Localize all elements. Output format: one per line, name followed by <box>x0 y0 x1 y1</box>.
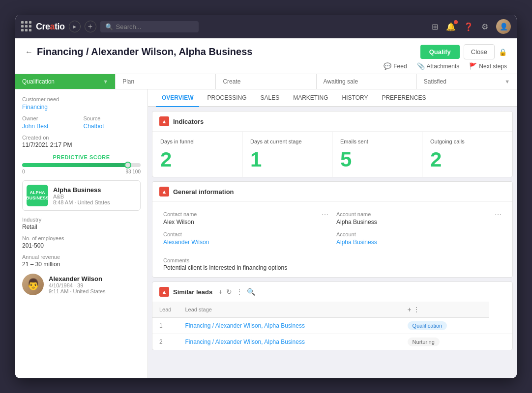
stage-qualification[interactable]: Qualification ▼ <box>15 74 116 89</box>
stage-bar: Qualification ▼ Plan Create Awaiting sal… <box>15 74 517 89</box>
stage-satisfied[interactable]: Satisfied ▼ <box>417 74 517 89</box>
back-button[interactable]: ← <box>25 48 33 56</box>
contact-field: Contact Alexander Wilson <box>159 228 332 249</box>
nav-icons: ⊞ 🔔 ❓ ⚙ 👤 <box>432 19 511 34</box>
industry-field: Industry Retail <box>22 217 141 230</box>
col-stage: Lead stage <box>178 302 400 318</box>
indicator-calls: Outgoing calls 2 <box>422 132 512 177</box>
search-input[interactable] <box>116 23 194 30</box>
table-add-icon[interactable]: + <box>408 306 412 313</box>
comments-label: Comments <box>163 257 502 263</box>
similar-leads-table: Lead Lead stage + ⋮ 1 <box>152 302 512 350</box>
account-name-label: Account name <box>336 211 371 217</box>
general-info-header: ▲ General information <box>152 182 512 202</box>
tab-marketing[interactable]: MARKETING <box>287 89 334 107</box>
lead-row-1-num: 1 <box>152 318 178 334</box>
employees-label: No. of employees <box>22 235 141 241</box>
company-time: 8:48 AM · United States <box>53 199 110 205</box>
lock-icon[interactable]: 🔒 <box>499 48 507 56</box>
lead-row-2-link[interactable]: Financing / Alexander Wilson, Alpha Busi… <box>185 338 304 345</box>
col-actions: + ⋮ <box>401 302 490 318</box>
user-avatar[interactable]: 👤 <box>496 19 511 34</box>
tab-overview[interactable]: OVERVIEW <box>156 89 199 107</box>
account-field: Account Alpha Business <box>332 228 505 249</box>
settings-icon[interactable]: ⚙ <box>481 22 488 31</box>
search-box[interactable]: 🔍 <box>100 21 199 32</box>
indicator-emails-value: 5 <box>340 149 414 170</box>
tab-sales[interactable]: SALES <box>254 89 285 107</box>
attachments-label: Attachments <box>427 63 460 70</box>
company-name: Alpha Business <box>53 186 110 194</box>
score-bar-background <box>22 163 141 167</box>
stage-create-label: Create <box>223 78 240 85</box>
lead-row-1-name[interactable]: Financing / Alexander Wilson, Alpha Busi… <box>178 318 400 334</box>
account-name-dots-icon[interactable]: ⋯ <box>495 211 502 219</box>
account-label: Account <box>336 231 502 237</box>
owner-value[interactable]: John Best <box>22 123 48 130</box>
account-value[interactable]: Alpha Business <box>336 239 377 246</box>
stage-plan[interactable]: Plan <box>116 74 216 89</box>
company-card[interactable]: ALPHABUSINESS Alpha Business A&B 8:48 AM… <box>22 180 141 211</box>
play-button[interactable] <box>69 21 81 32</box>
similar-leads-actions: + ↻ ⋮ 🔍 <box>218 288 255 296</box>
general-info-title: General information <box>173 188 234 196</box>
lead-row-1-link[interactable]: Financing / Alexander Wilson, Alpha Busi… <box>185 322 304 329</box>
indicator-emails: Emails sent 5 <box>332 132 422 177</box>
add-button[interactable]: + <box>85 21 96 32</box>
table-more-icon[interactable]: ⋮ <box>413 306 420 313</box>
col-lead: Lead <box>152 302 178 318</box>
stage-create[interactable]: Create <box>216 74 316 89</box>
feed-link[interactable]: 💬 Feed <box>384 62 407 70</box>
grid-menu-icon[interactable] <box>21 21 32 32</box>
right-panel: OVERVIEW PROCESSING SALES MARKETING HIST… <box>148 89 517 378</box>
owner-label: Owner <box>22 115 80 121</box>
employees-value: 201-500 <box>22 242 141 249</box>
leads-table-header: Lead Lead stage + ⋮ <box>152 302 512 318</box>
similar-leads-refresh-button[interactable]: ↻ <box>226 288 232 296</box>
similar-leads-add-button[interactable]: + <box>218 288 222 296</box>
lead-row-1-actions <box>489 318 512 334</box>
table-row: 1 Financing / Alexander Wilson, Alpha Bu… <box>152 318 512 334</box>
contact-name-dots-icon[interactable]: ⋯ <box>322 211 328 219</box>
created-on-field: Created on 11/7/2021 2:17 PM <box>22 135 141 148</box>
contact-label: Contact <box>163 231 328 237</box>
stage-satisfied-dropdown[interactable]: ▼ <box>504 79 510 84</box>
similar-leads-more-button[interactable]: ⋮ <box>236 288 243 296</box>
source-value[interactable]: Chatbot <box>84 123 104 130</box>
feed-icon: 💬 <box>384 62 391 70</box>
customer-need-value[interactable]: Financing <box>22 104 48 111</box>
person-card[interactable]: 👨 Alexander Wilson 4/10/1984 · 39 9:11 A… <box>22 274 141 295</box>
stage-dropdown-icon[interactable]: ▼ <box>103 79 108 84</box>
tab-processing[interactable]: PROCESSING <box>201 89 252 107</box>
account-name-field: Account name ⋯ Alpha Business <box>332 208 505 228</box>
close-button[interactable]: Close <box>464 44 495 59</box>
indicators-grid: Days in funnel 2 Days at current stage 1… <box>152 132 512 177</box>
qualify-button[interactable]: Qualify <box>420 45 460 59</box>
customer-need-field: Customer need Financing <box>22 96 141 111</box>
contact-value[interactable]: Alexander Wilson <box>163 239 209 246</box>
next-steps-link[interactable]: 🚩 Next steps <box>469 62 507 70</box>
revenue-field: Annual revenue 21 – 30 million <box>22 254 141 268</box>
tab-preferences[interactable]: PREFERENCES <box>376 89 432 107</box>
lead-row-2-name[interactable]: Financing / Alexander Wilson, Alpha Busi… <box>178 334 400 350</box>
company-abbr: A&B <box>53 194 110 199</box>
logo-text: Creatio <box>36 22 65 32</box>
similar-leads-search-button[interactable]: 🔍 <box>247 288 255 296</box>
person-photo: 👨 <box>22 274 44 295</box>
indicator-days-funnel-label: Days in funnel <box>160 139 234 144</box>
similar-leads-header: ▲ Similar leads + ↻ ⋮ 🔍 <box>152 282 512 302</box>
person-name: Alexander Wilson <box>49 275 106 282</box>
page-header-actions: 💬 Feed 📎 Attachments 🚩 Next steps <box>25 62 507 70</box>
help-icon[interactable]: ❓ <box>464 22 473 31</box>
tab-history[interactable]: HISTORY <box>336 89 374 107</box>
bell-icon[interactable]: 🔔 <box>446 22 456 31</box>
general-info-section: ▲ General information Contact name ⋯ Ale… <box>152 181 513 278</box>
attachments-link[interactable]: 📎 Attachments <box>417 62 460 70</box>
stage-awaiting[interactable]: Awaiting sale <box>317 74 417 89</box>
comments-value: Potential client is interested in financ… <box>163 264 502 271</box>
apps-icon[interactable]: ⊞ <box>432 22 438 31</box>
tabs-bar: OVERVIEW PROCESSING SALES MARKETING HIST… <box>148 89 517 107</box>
predictive-score-section: PREDICTIVE SCORE 0 93 100 <box>22 154 141 174</box>
account-name-value: Alpha Business <box>336 219 502 225</box>
table-row: 2 Financing / Alexander Wilson, Alpha Bu… <box>152 334 512 350</box>
